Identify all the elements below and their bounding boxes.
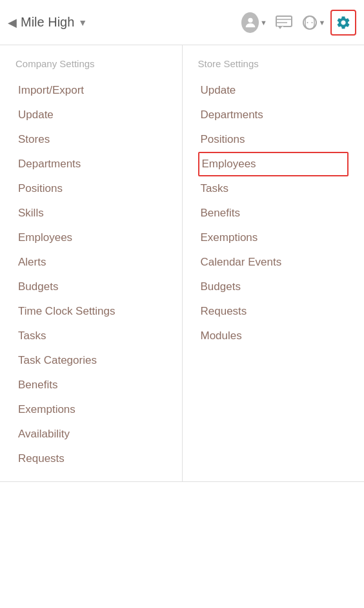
settings-dropdown: Company Settings Import/ExportUpdateStor… (0, 45, 364, 482)
avatar (241, 12, 259, 33)
help-chevron-icon: ▼ (319, 19, 326, 26)
company-settings-title: Company Settings (15, 50, 167, 76)
svg-point-7 (305, 17, 315, 28)
store-menu-item-requests[interactable]: Requests (198, 299, 349, 324)
company-menu-item-employees[interactable]: Employees (15, 225, 167, 250)
store-settings-column: Store Settings UpdateDepartmentsPosition… (183, 45, 354, 481)
navigation-icon: ◀ (8, 16, 17, 30)
brand-button[interactable]: ◀ Mile High ▼ (8, 15, 87, 30)
settings-button[interactable] (330, 10, 356, 36)
gear-icon (336, 15, 351, 30)
company-menu-items: Import/ExportUpdateStoresDepartmentsPosi… (15, 78, 167, 471)
help-icon (302, 15, 318, 30)
company-menu-item-departments[interactable]: Departments (15, 152, 167, 176)
store-settings-title: Store Settings (198, 50, 349, 76)
store-menu-item-budgets[interactable]: Budgets (198, 275, 349, 299)
company-menu-item-positions[interactable]: Positions (15, 176, 167, 201)
company-menu-item-import/export[interactable]: Import/Export (15, 78, 167, 103)
store-menu-item-tasks[interactable]: Tasks (198, 176, 349, 201)
header: ◀ Mile High ▼ ▼ (0, 0, 364, 45)
store-menu-item-positions[interactable]: Positions (198, 127, 349, 152)
store-menu-item-modules[interactable]: Modules (198, 324, 349, 348)
company-menu-item-alerts[interactable]: Alerts (15, 250, 167, 275)
store-menu-item-calendar-events[interactable]: Calendar Events (198, 250, 349, 275)
user-menu-button[interactable]: ▼ (241, 10, 267, 36)
company-menu-item-update[interactable]: Update (15, 103, 167, 127)
svg-point-10 (307, 22, 308, 23)
header-icon-group: ▼ ▼ (241, 10, 356, 36)
brand-chevron-icon: ▼ (78, 17, 87, 28)
svg-point-11 (311, 22, 312, 23)
svg-rect-1 (276, 16, 292, 26)
company-menu-item-stores[interactable]: Stores (15, 127, 167, 152)
avatar-chevron-icon: ▼ (260, 19, 267, 26)
company-menu-item-skills[interactable]: Skills (15, 201, 167, 225)
help-button[interactable]: ▼ (301, 10, 327, 36)
company-menu-item-time-clock-settings[interactable]: Time Clock Settings (15, 299, 167, 324)
company-menu-item-budgets[interactable]: Budgets (15, 275, 167, 299)
svg-point-0 (248, 17, 252, 22)
message-icon (276, 16, 292, 30)
company-menu-item-availability[interactable]: Availability (15, 422, 167, 446)
company-menu-item-tasks[interactable]: Tasks (15, 324, 167, 348)
store-menu-item-benefits[interactable]: Benefits (198, 201, 349, 225)
company-menu-item-task-categories[interactable]: Task Categories (15, 348, 167, 373)
store-menu-item-exemptions[interactable]: Exemptions (198, 225, 349, 250)
store-menu-item-departments[interactable]: Departments (198, 103, 349, 127)
messages-button[interactable] (271, 10, 297, 36)
company-menu-item-benefits[interactable]: Benefits (15, 373, 167, 397)
company-settings-column: Company Settings Import/ExportUpdateStor… (10, 45, 183, 481)
brand-name: Mile High (21, 15, 74, 30)
store-menu-item-employees[interactable]: Employees (198, 152, 349, 176)
company-menu-item-exemptions[interactable]: Exemptions (15, 397, 167, 422)
store-menu-item-update[interactable]: Update (198, 78, 349, 103)
company-menu-item-requests[interactable]: Requests (15, 446, 167, 471)
store-menu-items: UpdateDepartmentsPositionsEmployeesTasks… (198, 78, 349, 348)
